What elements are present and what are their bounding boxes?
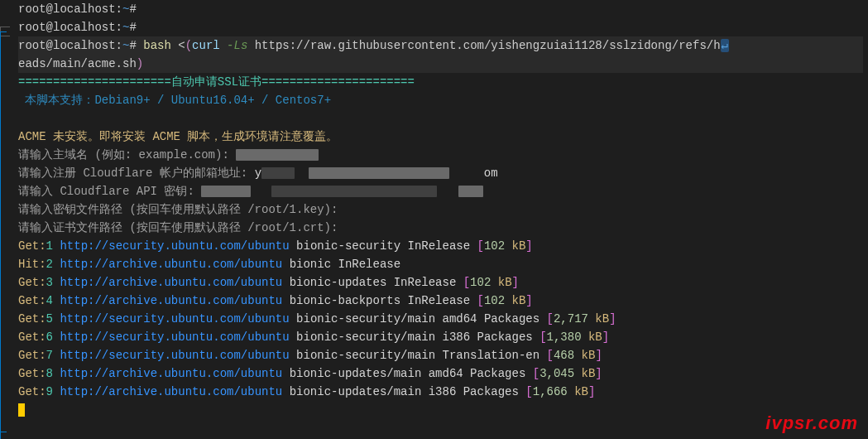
command-line-wrap[interactable]: eads/main/acme.sh) [18,55,863,73]
prompt-line: root@localhost:~# [18,18,863,36]
cmd-curl: curl [192,39,220,52]
cmd-bash: bash [143,39,171,52]
wrap-glyph: ↵ [721,39,729,52]
command-line[interactable]: root@localhost:~# bash <(curl -Ls https:… [18,36,863,55]
wrap-guide-top [0,31,7,32]
paren-close: ) [137,57,143,70]
cmd-url-2: eads/main/acme.sh [18,57,137,70]
redacted-email-1 [261,167,295,179]
wrap-guide-bottom [0,432,7,432]
cmd-flag: -Ls [220,39,255,52]
apt-line: Get:5 http://security.ubuntu.com/ubuntu … [18,310,863,328]
apt-line: Get:9 http://archive.ubuntu.com/ubuntu b… [18,383,863,401]
input-domain: 请输入主域名 (例如: example.com): [18,146,863,164]
redacted-api-2 [271,186,437,197]
apt-line: Get:7 http://security.ubuntu.com/ubuntu … [18,346,863,364]
redacted-email-2 [309,167,449,179]
input-crt-path: 请输入证书文件路径 (按回车使用默认路径 /root/1.crt): [18,219,863,237]
terminal-cursor [18,403,25,417]
apt-line: Get:6 http://security.ubuntu.com/ubuntu … [18,328,863,346]
header-line: ======================自动申请SSL证书=========… [18,73,863,91]
prompt-hash: # [129,2,136,16]
prompt-user: root@localhost: [18,2,122,16]
editor-gutter [0,0,15,439]
redacted-api-1 [201,186,251,197]
input-cf-email: 请输入注册 Cloudflare 帐户的邮箱地址: y om [18,164,863,182]
apt-line: Get:4 http://archive.ubuntu.com/ubuntu b… [18,292,863,310]
paren-open: ( [185,39,192,52]
apt-line: Get:8 http://archive.ubuntu.com/ubuntu b… [18,364,863,383]
input-cf-api: 请输入 Cloudflare API 密钥: [18,182,863,200]
redacted-domain [236,149,319,161]
support-line: 本脚本支持：Debian9+ / Ubuntu16.04+ / Centos7+ [18,91,863,109]
cmd-url-1: https://raw.githubusercontent.com/yishen… [255,39,721,52]
apt-line: Get:3 http://archive.ubuntu.com/ubuntu b… [18,273,863,292]
apt-line: Hit:2 http://archive.ubuntu.com/ubuntu b… [18,255,863,273]
prompt-line: root@localhost:~# [18,0,863,18]
acme-warning: ACME 未安装。即将安装 ACME 脚本，生成环境请注意覆盖。 [18,128,863,146]
apt-line: Get:1 http://security.ubuntu.com/ubuntu … [18,237,863,255]
input-key-path: 请输入密钥文件路径 (按回车使用默认路径 /root/1.key): [18,200,863,219]
cursor-line[interactable] [18,401,863,419]
terminal-output[interactable]: root@localhost:~# root@localhost:~# root… [18,0,868,419]
redacted-api-3 [458,186,483,197]
script-title: 自动申请SSL证书 [171,75,261,89]
wrap-guide [0,31,1,439]
blank-line [18,109,863,128]
